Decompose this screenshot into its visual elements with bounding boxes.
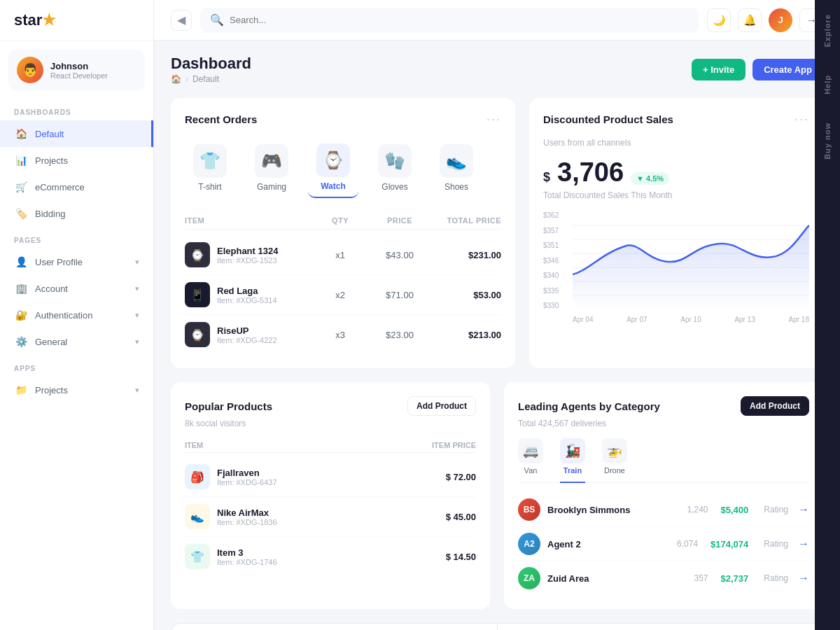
rating-arrow-icon[interactable]: → [798, 572, 809, 584]
logo-text: star★ [14, 11, 56, 29]
tab-watch[interactable]: ⌚ Watch [308, 138, 358, 198]
order-tabs: 👕 T-shirt 🎮 Gaming ⌚ Watch 🧤 Gloves [185, 138, 501, 198]
apps-section-label: APPS [0, 355, 153, 377]
agent-deliveries: 6,074 [677, 539, 698, 549]
sidebar-logo: star★ [0, 0, 153, 41]
sales-description: Total Discounted Sales This Month [543, 190, 809, 200]
tab-gaming[interactable]: 🎮 Gaming [246, 139, 297, 197]
item-total: $213.00 [431, 330, 501, 340]
sidebar-item-bidding[interactable]: 🏷️ Bidding [0, 200, 153, 227]
item-name: Item 3 [217, 547, 277, 558]
popular-products-title: Popular Products [185, 400, 272, 412]
agent-category-tabs: 🚐 Van 🚂 Train 🚁 Drone [518, 438, 809, 483]
invite-button[interactable]: + Invite [692, 59, 746, 80]
item-price: $23.00 [368, 330, 431, 340]
item-name: Red Laga [217, 286, 277, 296]
sidebar-item-label: Projects [35, 155, 68, 166]
tab-gloves[interactable]: 🧤 Gloves [370, 139, 420, 197]
item-price: $ 45.00 [406, 512, 476, 522]
sidebar-item-authentication[interactable]: 🔐 Authentication ▾ [0, 302, 153, 328]
agent-name: Brooklyn Simmons [547, 505, 680, 515]
sidebar-item-ecommerce[interactable]: 🛒 eCommerce [0, 174, 153, 200]
chevron-down-icon: ▾ [135, 337, 139, 346]
leading-agents-header: Leading Agents by Category Add Product [518, 396, 809, 416]
chevron-down-icon: ▾ [135, 386, 139, 395]
watch-icon: ⌚ [316, 144, 350, 177]
sidebar-item-label: User Profile [35, 257, 83, 267]
add-agent-button[interactable]: Add Product [741, 396, 809, 416]
sidebar-item-account[interactable]: 🏢 Account ▾ [0, 275, 153, 302]
popular-products-header: Popular Products Add Product [185, 396, 476, 416]
agent-avatar: BS [518, 498, 540, 521]
bell-icon: 🔔 [743, 14, 757, 27]
explore-tab[interactable]: Explore [816, 0, 839, 61]
agent-deliveries: 357 [694, 573, 708, 583]
notification-button[interactable]: 🔔 [738, 8, 762, 32]
user-name: Johnson [50, 61, 108, 71]
col-total: TOTAL PRICE [431, 216, 501, 225]
search-bar[interactable]: 🔍 [200, 8, 699, 33]
sales-subtitle: Users from all channels [543, 138, 809, 148]
sales-chart: $362 $357 $351 $346 $340 $335 $330 [543, 211, 809, 323]
authentication-icon: 🔐 [14, 308, 28, 322]
gloves-icon: 🧤 [378, 144, 412, 178]
agent-avatar: ZA [518, 567, 540, 589]
breadcrumb-separator: › [186, 74, 188, 84]
topbar-actions: 🌙 🔔 J → [707, 8, 823, 32]
sidebar-item-default[interactable]: 🏠 Default [0, 120, 153, 147]
item-sku: Item: #XDG-1523 [217, 256, 278, 265]
leading-agents-title: Leading Agents by Category [518, 400, 660, 412]
logo-star-icon: ★ [42, 11, 56, 29]
tab-train[interactable]: 🚂 Train [560, 438, 585, 483]
sidebar-item-apps-projects[interactable]: 📁 Projects ▾ [0, 377, 153, 403]
item-sku: Item: #XDG-4222 [217, 336, 277, 344]
sidebar-item-user-profile[interactable]: 👤 User Profile ▾ [0, 248, 153, 275]
sidebar-user[interactable]: 👨 Johnson React Developer [8, 50, 145, 90]
menu-dots-icon[interactable]: ··· [486, 112, 501, 127]
breadcrumb-current: Default [192, 74, 219, 84]
item-total: $231.00 [431, 250, 501, 260]
item-name: Fjallraven [217, 468, 277, 478]
help-tab[interactable]: Help [816, 61, 839, 108]
chart-y-axis: $362 $357 $351 $346 $340 $335 $330 [543, 211, 559, 309]
discounted-sales-title: Discounted Product Sales [543, 113, 673, 125]
menu-dots-icon[interactable]: ··· [794, 112, 809, 127]
tab-drone[interactable]: 🚁 Drone [602, 438, 627, 483]
sales-amount: $ 3,706 ▼ 4.5% [543, 158, 809, 188]
agent-earnings: $174,074 [710, 539, 748, 550]
item-info: 👕 Item 3 Item: #XDG-1746 [185, 544, 406, 569]
ecommerce-icon: 🛒 [14, 180, 28, 194]
collapse-icon: ◀ [177, 13, 186, 27]
item-qty: x3 [312, 330, 368, 340]
sidebar-item-general[interactable]: ⚙️ General ▾ [0, 328, 153, 355]
line-chart-svg [573, 211, 809, 309]
rating-arrow-icon[interactable]: → [798, 503, 809, 516]
tab-van[interactable]: 🚐 Van [518, 438, 543, 483]
item-image: ⌚ [185, 242, 210, 267]
buy-now-tab[interactable]: Buy now [816, 108, 839, 174]
create-app-button[interactable]: Create App [752, 59, 823, 80]
tab-van-label: Van [524, 466, 538, 475]
theme-toggle-button[interactable]: 🌙 [707, 8, 731, 32]
search-input[interactable] [230, 15, 689, 25]
side-tabs: Explore Help Buy now [815, 0, 840, 630]
tab-tshirt[interactable]: 👕 T-shirt [185, 139, 235, 197]
rating-arrow-icon[interactable]: → [798, 538, 809, 550]
page-title: Dashboard [171, 55, 251, 73]
theme-icon: 🌙 [713, 14, 726, 27]
chevron-down-icon: ▾ [135, 284, 139, 293]
item-info: ⌚ Elephant 1324 Item: #XDG-1523 [185, 242, 312, 267]
bootstrap-promo: B Bootstrap 5 [172, 624, 498, 630]
train-icon: 🚂 [560, 438, 585, 463]
recent-orders-card: Recent Orders ··· 👕 T-shirt 🎮 Gaming ⌚ [171, 98, 515, 368]
tab-train-label: Train [564, 466, 582, 475]
popular-products-card: Popular Products Add Product 8k social v… [171, 382, 490, 609]
tab-shoes[interactable]: 👟 Shoes [431, 139, 482, 197]
sidebar-item-projects[interactable]: 📊 Projects [0, 147, 153, 174]
item-price: $ 14.50 [406, 552, 476, 562]
apps-projects-icon: 📁 [14, 383, 28, 397]
chevron-down-icon: ▾ [135, 311, 139, 320]
sidebar-collapse-button[interactable]: ◀ [171, 10, 192, 31]
user-avatar[interactable]: J [769, 8, 792, 32]
add-product-button[interactable]: Add Product [407, 396, 476, 416]
